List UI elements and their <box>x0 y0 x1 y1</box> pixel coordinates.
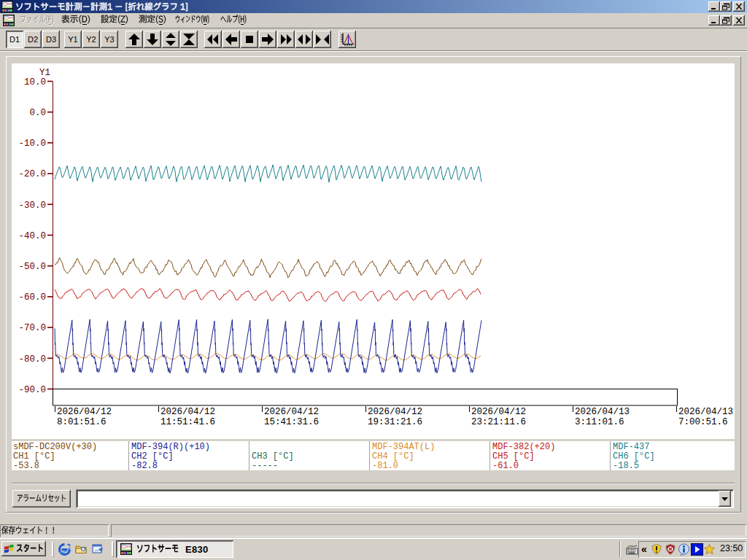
svg-text:-90.0: -90.0 <box>18 385 46 395</box>
svg-text:2026/04/12: 2026/04/12 <box>160 407 215 417</box>
svg-text:2026/04/12: 2026/04/12 <box>368 407 422 417</box>
svg-text:10.0: 10.0 <box>24 77 46 88</box>
svg-text:2026/04/13: 2026/04/13 <box>575 407 630 417</box>
svg-text:-60.0: -60.0 <box>18 292 46 303</box>
svg-text:2026/04/12: 2026/04/12 <box>57 407 112 417</box>
svg-text:-30.0: -30.0 <box>18 201 46 211</box>
svg-text:19:31:21.6: 19:31:21.6 <box>368 417 422 427</box>
svg-text:2026/04/12: 2026/04/12 <box>471 407 526 417</box>
svg-text:2026/04/13: 2026/04/13 <box>678 407 733 417</box>
svg-text:11:51:41.6: 11:51:41.6 <box>160 417 215 427</box>
svg-text:15:41:31.6: 15:41:31.6 <box>264 417 319 427</box>
svg-text:7:00:51.6: 7:00:51.6 <box>678 417 728 427</box>
svg-text:23:21:11.6: 23:21:11.6 <box>471 417 526 427</box>
svg-text:-40.0: -40.0 <box>18 231 46 241</box>
svg-text:-50.0: -50.0 <box>18 262 46 272</box>
svg-text:3:11:01.6: 3:11:01.6 <box>575 417 624 427</box>
svg-text:Y1: Y1 <box>39 68 50 78</box>
svg-text:-20.0: -20.0 <box>18 169 46 179</box>
svg-text:0.0: 0.0 <box>29 108 46 118</box>
svg-text:-70.0: -70.0 <box>18 323 46 333</box>
svg-text:8:01:51.6: 8:01:51.6 <box>57 417 107 427</box>
svg-text:2026/04/12: 2026/04/12 <box>264 407 319 417</box>
svg-text:-80.0: -80.0 <box>18 354 46 365</box>
svg-text:-10.0: -10.0 <box>18 139 46 149</box>
